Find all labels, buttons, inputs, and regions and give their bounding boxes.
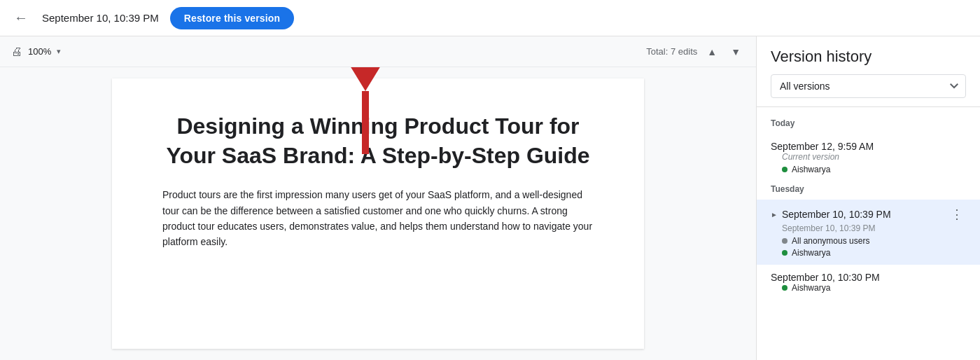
version-item-current[interactable]: September 12, 9:59 AM Current version Ai… (757, 134, 980, 181)
tuesday-section-label: Tuesday (757, 181, 980, 200)
chevron-down-icon: ▼ (731, 46, 741, 57)
version-users: Aishwarya (771, 283, 966, 293)
user-dot-green (782, 167, 788, 172)
main-area: 🖨 100% ▾ Total: 7 edits ▲ ▼ (0, 36, 980, 360)
expand-arrow-icon: ► (771, 211, 778, 219)
version-user: Aishwarya (782, 165, 966, 174)
nav-up-button[interactable]: ▲ (703, 43, 721, 60)
user-name: Aishwarya (792, 165, 830, 174)
user-name-anonymous: All anonymous users (792, 236, 869, 246)
sidebar-title: Version history (771, 48, 966, 66)
version-user-anonymous: All anonymous users (782, 236, 966, 246)
chevron-up-icon: ▲ (707, 46, 717, 57)
user-dot-green (782, 250, 788, 256)
top-bar: ← September 10, 10:39 PM Restore this ve… (0, 0, 980, 36)
version-timestamp: September 12, 9:59 AM (771, 141, 966, 152)
toolbar: 🖨 100% ▾ Total: 7 edits ▲ ▼ (0, 36, 756, 67)
back-button[interactable]: ← (11, 7, 31, 29)
user-name-aishwarya: Aishwarya (792, 248, 830, 258)
restore-button[interactable]: Restore this version (170, 7, 294, 29)
user-dot-green (782, 285, 788, 291)
doc-page: Designing a Winning Product Tour for You… (112, 78, 644, 349)
version-history-sidebar: Version history All versions Named versi… (756, 36, 980, 360)
version-timestamp: September 10, 10:30 PM (771, 272, 966, 283)
doc-body: Product tours are the first impression m… (162, 187, 594, 250)
version-user-aishwarya: Aishwarya (782, 248, 966, 258)
version-more-button[interactable]: ⋮ (948, 207, 966, 222)
zoom-level: 100% (28, 46, 51, 57)
version-users: All anonymous users Aishwarya (771, 236, 966, 258)
doc-date: September 10, 10:39 PM (42, 12, 159, 24)
sidebar-header: Version history All versions Named versi… (757, 36, 980, 107)
current-version-label: Current version (771, 152, 966, 162)
version-filter-dropdown[interactable]: All versions Named versions (771, 74, 966, 98)
more-dots-icon: ⋮ (951, 207, 963, 221)
version-item-selected[interactable]: ► September 10, 10:39 PM ⋮ September 10,… (757, 200, 980, 265)
sidebar-content: Today September 12, 9:59 AM Current vers… (757, 107, 980, 360)
doc-wrapper: Designing a Winning Product Tour for You… (0, 67, 756, 360)
toolbar-left: 🖨 100% ▾ (11, 46, 61, 58)
user-dot-gray (782, 238, 788, 244)
version-user: Aishwarya (782, 283, 966, 293)
back-arrow-icon: ← (14, 10, 28, 26)
toolbar-right: Total: 7 edits ▲ ▼ (646, 43, 745, 60)
version-item-3[interactable]: September 10, 10:30 PM Aishwarya (757, 265, 980, 300)
version-users: Aishwarya (771, 165, 966, 174)
user-name: Aishwarya (792, 283, 830, 293)
edits-count: Total: 7 edits (646, 46, 697, 57)
version-item-header: ► September 10, 10:39 PM ⋮ (771, 207, 966, 222)
nav-down-button[interactable]: ▼ (727, 43, 745, 60)
print-icon[interactable]: 🖨 (11, 46, 22, 58)
today-section-label: Today (757, 116, 980, 134)
editor-area: 🖨 100% ▾ Total: 7 edits ▲ ▼ (0, 36, 756, 360)
zoom-dropdown-icon[interactable]: ▾ (57, 47, 61, 56)
version-meta: September 10, 10:39 PM (771, 223, 966, 233)
version-item-left: ► September 10, 10:39 PM (771, 209, 891, 220)
version-timestamp: September 10, 10:39 PM (782, 209, 891, 220)
doc-title: Designing a Winning Product Tour for You… (162, 112, 594, 170)
